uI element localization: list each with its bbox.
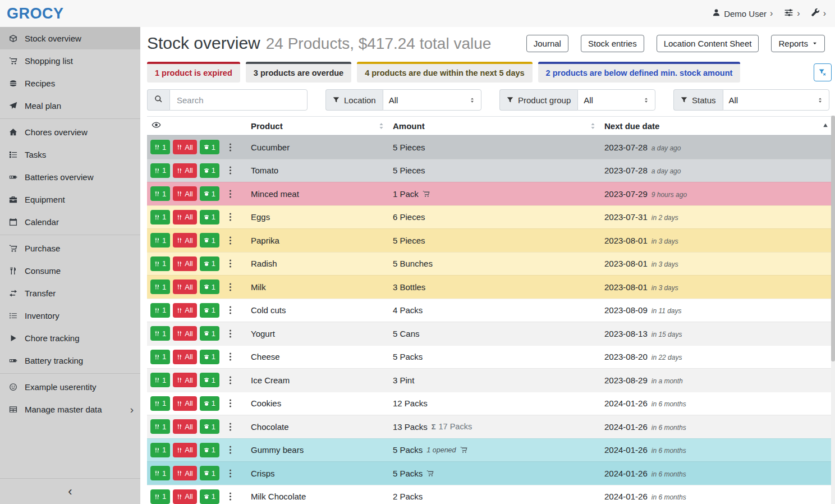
sidebar-item-battery-tracking[interactable]: Battery tracking: [0, 349, 140, 372]
consume-one-button[interactable]: 1: [150, 186, 170, 201]
product-name[interactable]: Tomato: [251, 166, 393, 175]
product-name[interactable]: Radish: [251, 259, 393, 268]
product-name[interactable]: Chocolate: [251, 422, 393, 432]
consume-all-button[interactable]: All: [173, 163, 196, 178]
open-one-button[interactable]: 1: [200, 303, 219, 318]
sidebar-item-transfer[interactable]: Transfer: [0, 282, 140, 304]
row-menu-button[interactable]: [226, 398, 235, 408]
row-menu-button[interactable]: [226, 236, 235, 245]
sidebar-item-manage-master-data[interactable]: Manage master data›: [0, 398, 140, 420]
consume-one-button[interactable]: 1: [150, 210, 170, 224]
status-filter-select[interactable]: All: [723, 89, 829, 111]
row-menu-button[interactable]: [226, 445, 235, 455]
product-name[interactable]: Cookies: [251, 398, 393, 408]
column-header-product[interactable]: Product: [251, 121, 393, 131]
open-one-button[interactable]: 1: [200, 419, 219, 434]
sidebar-item-consume[interactable]: Consume: [0, 259, 140, 282]
consume-all-button[interactable]: All: [173, 186, 196, 201]
banner-expired[interactable]: 1 product is expired: [147, 62, 240, 83]
consume-one-button[interactable]: 1: [150, 163, 170, 178]
row-menu-button[interactable]: [226, 259, 235, 268]
collapse-sidebar-button[interactable]: ‹: [0, 478, 140, 504]
sidebar-item-calendar[interactable]: Calendar: [0, 210, 140, 233]
consume-all-button[interactable]: All: [173, 373, 196, 387]
reports-button[interactable]: Reports: [771, 35, 825, 52]
sidebar-item-example-userentity[interactable]: Example userentity: [0, 375, 140, 398]
column-header-next-due-date[interactable]: Next due date: [604, 121, 830, 131]
consume-all-button[interactable]: All: [173, 280, 196, 294]
sidebar-item-purchase[interactable]: Purchase: [0, 237, 140, 259]
product-name[interactable]: Eggs: [251, 212, 393, 222]
row-menu-button[interactable]: [226, 492, 235, 501]
sidebar-item-stock-overview[interactable]: Stock overview: [0, 27, 140, 49]
open-one-button[interactable]: 1: [200, 350, 219, 364]
open-one-button[interactable]: 1: [200, 280, 219, 294]
product-name[interactable]: Cheese: [251, 352, 393, 361]
consume-all-button[interactable]: All: [173, 489, 196, 504]
row-menu-button[interactable]: [226, 282, 235, 292]
consume-all-button[interactable]: All: [173, 256, 196, 271]
settings-menu[interactable]: ›: [784, 8, 800, 19]
consume-one-button[interactable]: 1: [150, 326, 170, 341]
product-name[interactable]: Yogurt: [251, 329, 393, 338]
banner-overdue[interactable]: 3 products are overdue: [246, 62, 351, 83]
consume-one-button[interactable]: 1: [150, 489, 170, 504]
consume-all-button[interactable]: All: [173, 350, 196, 364]
banner-belowmin[interactable]: 2 products are below defined min. stock …: [538, 62, 741, 83]
consume-one-button[interactable]: 1: [150, 280, 170, 294]
sidebar-item-equipment[interactable]: Equipment: [0, 188, 140, 210]
row-menu-button[interactable]: [226, 469, 235, 478]
consume-one-button[interactable]: 1: [150, 443, 170, 457]
sidebar-item-chores-overview[interactable]: Chores overview: [0, 121, 140, 143]
open-one-button[interactable]: 1: [200, 163, 219, 178]
column-header-amount[interactable]: Amount: [393, 121, 604, 131]
open-one-button[interactable]: 1: [200, 210, 219, 224]
banner-due[interactable]: 4 products are due within the next 5 day…: [357, 62, 532, 83]
location-content-sheet-button[interactable]: Location Content Sheet: [657, 35, 759, 52]
open-one-button[interactable]: 1: [200, 373, 219, 387]
product-group-filter-select[interactable]: All: [577, 89, 655, 111]
location-filter-select[interactable]: All: [383, 89, 481, 111]
row-menu-button[interactable]: [226, 305, 235, 315]
open-one-button[interactable]: 1: [200, 489, 219, 504]
consume-one-button[interactable]: 1: [150, 466, 170, 480]
consume-all-button[interactable]: All: [173, 233, 196, 248]
product-name[interactable]: Milk: [251, 282, 393, 292]
consume-one-button[interactable]: 1: [150, 303, 170, 318]
row-menu-button[interactable]: [226, 143, 235, 152]
open-one-button[interactable]: 1: [200, 140, 219, 154]
sidebar-item-tasks[interactable]: Tasks: [0, 143, 140, 166]
consume-all-button[interactable]: All: [173, 443, 196, 457]
open-one-button[interactable]: 1: [200, 326, 219, 341]
open-one-button[interactable]: 1: [200, 396, 219, 411]
consume-one-button[interactable]: 1: [150, 140, 170, 154]
open-one-button[interactable]: 1: [200, 466, 219, 480]
stock-entries-button[interactable]: Stock entries: [581, 35, 644, 52]
product-name[interactable]: Cucumber: [251, 143, 393, 152]
product-name[interactable]: Crisps: [251, 469, 393, 478]
consume-all-button[interactable]: All: [173, 140, 196, 154]
sidebar-item-batteries-overview[interactable]: Batteries overview: [0, 166, 140, 188]
clear-filters-button[interactable]: [814, 63, 832, 81]
admin-menu[interactable]: ›: [811, 8, 826, 19]
product-name[interactable]: Paprika: [251, 236, 393, 245]
product-name[interactable]: Cold cuts: [251, 305, 393, 315]
sidebar-item-recipes[interactable]: Recipes: [0, 72, 140, 94]
search-input[interactable]: [169, 89, 308, 111]
row-menu-button[interactable]: [226, 189, 235, 199]
consume-all-button[interactable]: All: [173, 210, 196, 224]
scrollbar-thumb[interactable]: [831, 116, 835, 361]
sidebar-item-meal-plan[interactable]: Meal plan: [0, 94, 140, 117]
consume-all-button[interactable]: All: [173, 466, 196, 480]
consume-all-button[interactable]: All: [173, 303, 196, 318]
product-name[interactable]: Ice Cream: [251, 375, 393, 385]
consume-one-button[interactable]: 1: [150, 233, 170, 248]
open-one-button[interactable]: 1: [200, 256, 219, 271]
visibility-column-header[interactable]: [147, 120, 251, 131]
row-menu-button[interactable]: [226, 375, 235, 385]
consume-all-button[interactable]: All: [173, 396, 196, 411]
product-name[interactable]: Minced meat: [251, 189, 393, 199]
journal-button[interactable]: Journal: [526, 35, 568, 52]
open-one-button[interactable]: 1: [200, 443, 219, 457]
consume-all-button[interactable]: All: [173, 419, 196, 434]
